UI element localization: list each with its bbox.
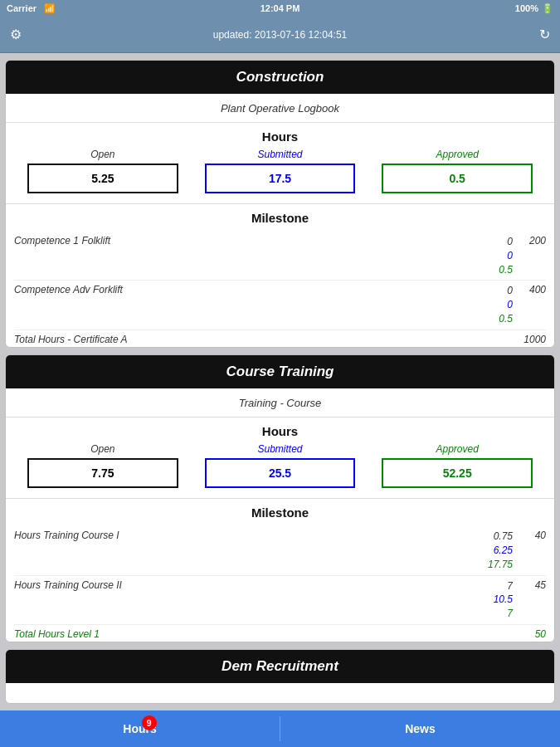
milestone-row-3: Total Hours - Certificate A 1000 [14, 330, 546, 348]
course-milestone-target-2: 45 [513, 579, 546, 591]
section-construction: Construction Plant Operative Logbook Hou… [5, 60, 555, 348]
course-milestone-label-1: Hours Training Course I [14, 530, 446, 541]
carrier-wifi: Carrier 📶 [7, 3, 56, 14]
status-right: 100% 🔋 [515, 3, 553, 14]
construction-open-label: Open [90, 149, 114, 160]
construction-submitted-label: Submitted [257, 149, 302, 160]
settings-icon[interactable]: ⚙ [10, 27, 22, 42]
course-milestone-values-2: 7 10.5 7 [446, 579, 513, 621]
status-time: 12:04 PM [261, 3, 300, 13]
course-milestone-row-2: Hours Training Course II 7 10.5 7 45 [14, 576, 546, 625]
course-submitted-value: 25.5 [205, 458, 356, 488]
milestone-label-3: Total Hours - Certificate A [14, 334, 446, 345]
course-submitted-col: Submitted 25.5 [192, 443, 369, 488]
construction-hours-block: Hours Open 5.25 Submitted 17.5 Approved … [6, 123, 554, 204]
wifi-icon: 📶 [44, 3, 56, 13]
tab-bar: Hours 9 News [0, 710, 560, 747]
course-training-sub-header: Training - Course [6, 388, 554, 417]
milestone-label-1: Competence 1 Folklift [14, 235, 446, 247]
course-submitted-label: Submitted [257, 443, 302, 455]
construction-sub-title: Plant Operative Logbook [221, 102, 339, 115]
refresh-icon[interactable]: ↻ [539, 27, 550, 42]
course-training-sub-title: Training - Course [239, 397, 321, 409]
toolbar-updated: updated: 2013-07-16 12:04:51 [213, 29, 347, 41]
dem-recruitment-title: Dem Recruitment [222, 658, 338, 674]
course-training-title: Course Training [226, 364, 334, 379]
construction-approved-value: 0.5 [382, 164, 533, 193]
course-milestone-title: Milestone [14, 505, 546, 520]
construction-hours-title: Hours [14, 129, 546, 144]
construction-open-value: 5.25 [27, 164, 178, 193]
tab-badge: 9 [142, 715, 157, 730]
course-approved-col: Approved 52.25 [368, 443, 546, 488]
course-milestone-row-1: Hours Training Course I 0.75 6.25 17.75 … [14, 526, 546, 575]
status-bar: Carrier 📶 12:04 PM 100% 🔋 [0, 0, 560, 17]
construction-header: Construction [6, 61, 554, 94]
milestone-values-2: 0 0 0.5 [446, 284, 513, 325]
course-approved-label: Approved [436, 443, 478, 455]
construction-submitted-col: Submitted 17.5 [192, 149, 369, 193]
construction-open-col: Open 5.25 [14, 149, 192, 193]
milestone-label-2: Competence Adv Forklift [14, 284, 446, 295]
dem-recruitment-header: Dem Recruitment [6, 650, 554, 683]
construction-milestone-block: Milestone Competence 1 Folklift 0 0 0.5 … [6, 204, 554, 348]
construction-submitted-value: 17.5 [205, 164, 356, 193]
course-milestone-target-1: 40 [513, 530, 546, 541]
course-open-col: Open 7.75 [14, 443, 192, 488]
course-milestone-target-3: 50 [513, 628, 546, 640]
course-training-hours-block: Hours Open 7.75 Submitted 25.5 Approved … [6, 417, 554, 499]
construction-approved-col: Approved 0.5 [368, 149, 546, 193]
course-milestone-values-1: 0.75 6.25 17.75 [446, 530, 513, 571]
course-training-header: Course Training [6, 355, 554, 388]
tab-hours[interactable]: Hours 9 [0, 710, 280, 747]
construction-approved-label: Approved [436, 149, 478, 160]
course-milestone-label-2: Hours Training Course II [14, 579, 446, 591]
battery-icon: 🔋 [542, 3, 553, 14]
construction-sub-header: Plant Operative Logbook [6, 94, 554, 123]
milestone-target-1: 200 [513, 235, 546, 247]
milestone-values-1: 0 0 0.5 [446, 235, 513, 276]
construction-title: Construction [236, 69, 324, 85]
section-dem-recruitment: Dem Recruitment [5, 649, 555, 704]
milestone-row-2: Competence Adv Forklift 0 0 0.5 400 [14, 281, 546, 330]
course-training-hours-title: Hours [14, 424, 546, 438]
dem-recruitment-body [6, 683, 554, 704]
tab-news[interactable]: News [280, 710, 560, 747]
course-milestone-block: Milestone Hours Training Course I 0.75 6… [6, 499, 554, 642]
milestone-target-2: 400 [513, 284, 546, 295]
construction-milestone-title: Milestone [14, 211, 546, 225]
course-training-hours-row: Open 7.75 Submitted 25.5 Approved 52.25 [14, 443, 546, 488]
toolbar: ⚙ updated: 2013-07-16 12:04:51 ↻ [0, 17, 560, 53]
course-open-label: Open [90, 443, 114, 455]
course-open-value: 7.75 [27, 458, 178, 488]
course-milestone-label-3: Total Hours Level 1 [14, 628, 446, 640]
course-approved-value: 52.25 [382, 458, 533, 488]
main-content: Construction Plant Operative Logbook Hou… [0, 53, 560, 710]
construction-hours-row: Open 5.25 Submitted 17.5 Approved 0.5 [14, 149, 546, 193]
section-course-training: Course Training Training - Course Hours … [5, 354, 555, 642]
milestone-target-3: 1000 [513, 334, 546, 345]
milestone-row-1: Competence 1 Folklift 0 0 0.5 200 [14, 232, 546, 281]
course-milestone-row-3: Total Hours Level 1 50 [14, 625, 546, 642]
